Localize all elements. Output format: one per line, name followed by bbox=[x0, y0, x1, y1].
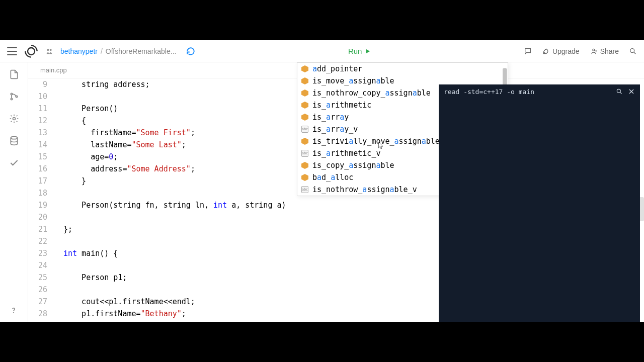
svg-point-11 bbox=[617, 89, 620, 93]
files-icon[interactable] bbox=[9, 69, 19, 79]
breadcrumb-owner[interactable]: bethanypetr bbox=[60, 47, 98, 55]
chat-icon bbox=[524, 47, 532, 55]
autocomplete-label: is_nothrow_assignable_v bbox=[312, 185, 417, 194]
run-label: Run bbox=[348, 47, 362, 55]
type-icon bbox=[301, 174, 308, 181]
chat-button[interactable] bbox=[524, 47, 532, 55]
type-icon bbox=[301, 162, 308, 169]
console-panel: read -std=c++17 -o main bbox=[439, 84, 640, 322]
settings-icon[interactable] bbox=[9, 114, 19, 124]
help-icon[interactable] bbox=[9, 306, 18, 315]
database-icon[interactable] bbox=[9, 136, 19, 146]
autocomplete-label: add_pointer bbox=[312, 64, 362, 73]
svg-point-8 bbox=[13, 118, 15, 120]
search-button[interactable] bbox=[629, 47, 637, 55]
svg-point-9 bbox=[11, 137, 17, 139]
breadcrumb: bethanypetr / OffshoreRemarkable... bbox=[60, 47, 176, 55]
svg-point-1 bbox=[47, 49, 49, 51]
type-icon bbox=[301, 102, 308, 109]
type-icon bbox=[301, 138, 308, 145]
search-icon bbox=[629, 47, 637, 55]
line-gutter: 910111213141516171819202122232425262728 bbox=[28, 78, 53, 322]
main-area: main.cpp 9101112131415161718192021222324… bbox=[0, 62, 644, 322]
autocomplete-label: bad_alloc bbox=[312, 173, 353, 182]
topbar: bethanypetr / OffshoreRemarkable... Run … bbox=[0, 40, 644, 62]
check-icon[interactable] bbox=[9, 158, 19, 168]
svg-point-4 bbox=[630, 48, 634, 52]
version-control-icon[interactable] bbox=[9, 92, 19, 102]
svg-point-10 bbox=[14, 312, 14, 313]
app-window: bethanypetr / OffshoreRemarkable... Run … bbox=[0, 40, 644, 322]
share-icon bbox=[590, 47, 598, 55]
keyword-icon: abc bbox=[301, 126, 308, 133]
autocomplete-item[interactable]: add_pointer bbox=[297, 63, 508, 75]
type-icon bbox=[301, 77, 308, 84]
svg-point-5 bbox=[11, 93, 12, 95]
autocomplete-label: is_trivially_move_assignable bbox=[312, 137, 440, 146]
autocomplete-label: is_nothrow_copy_assignable bbox=[312, 88, 431, 98]
rocket-icon bbox=[542, 47, 550, 55]
breadcrumb-separator: / bbox=[101, 47, 103, 55]
autocomplete-label: is_move_assignable bbox=[312, 76, 394, 85]
console-search-icon[interactable] bbox=[616, 88, 623, 95]
left-sidebar bbox=[0, 62, 28, 322]
autocomplete-label: is_copy_assignable bbox=[312, 161, 394, 170]
share-button[interactable]: Share bbox=[590, 47, 619, 55]
autocomplete-label: is_arithmetic_v bbox=[312, 149, 380, 158]
autocomplete-label: is_array_v bbox=[312, 125, 358, 134]
autocomplete-label: is_arithmetic bbox=[312, 101, 371, 110]
run-button[interactable]: Run bbox=[343, 45, 376, 57]
keyword-icon: abc bbox=[301, 150, 308, 157]
play-icon bbox=[365, 48, 371, 54]
type-icon bbox=[301, 114, 308, 121]
menu-icon[interactable] bbox=[7, 47, 17, 55]
svg-point-0 bbox=[28, 48, 35, 55]
svg-point-6 bbox=[11, 98, 12, 100]
breadcrumb-project[interactable]: OffshoreRemarkable... bbox=[106, 47, 177, 55]
svg-point-2 bbox=[50, 49, 52, 51]
upgrade-button[interactable]: Upgrade bbox=[542, 47, 580, 55]
autocomplete-label: is_array bbox=[312, 113, 349, 122]
console-close-icon[interactable] bbox=[628, 88, 635, 95]
console-command: read -std=c++17 -o main bbox=[444, 88, 611, 96]
svg-point-3 bbox=[593, 49, 595, 51]
share-label: Share bbox=[600, 47, 619, 55]
refresh-icon[interactable] bbox=[186, 47, 195, 56]
multiplayer-icon[interactable] bbox=[45, 47, 53, 55]
upgrade-label: Upgrade bbox=[552, 47, 580, 55]
type-icon bbox=[301, 65, 308, 72]
keyword-icon: abc bbox=[301, 186, 308, 193]
replit-logo-icon bbox=[24, 44, 38, 58]
type-icon bbox=[301, 89, 308, 97]
